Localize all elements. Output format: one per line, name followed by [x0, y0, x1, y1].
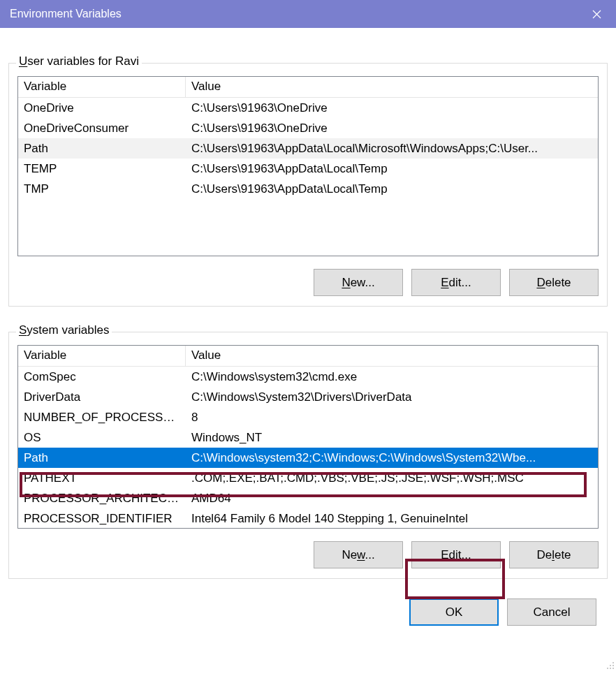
cell-variable: OneDrive — [18, 99, 186, 117]
cell-variable: DriverData — [18, 388, 186, 406]
cell-variable: TMP — [18, 180, 186, 198]
user-list-header: Variable Value — [18, 77, 598, 98]
cancel-button[interactable]: Cancel — [507, 598, 596, 626]
window-title: Environment Variables — [10, 8, 122, 20]
cell-value: C:\Windows\System32\Drivers\DriverData — [186, 388, 598, 406]
cell-variable: OS — [18, 429, 186, 447]
cell-value: C:\Users\91963\AppData\Local\Temp — [186, 160, 598, 178]
cell-variable: Path — [18, 140, 186, 158]
user-variables-label: User variables for Ravi — [16, 54, 142, 68]
title-bar: Environment Variables — [0, 0, 616, 28]
table-row[interactable]: OSWindows_NT — [18, 427, 598, 448]
cell-value: .COM;.EXE;.BAT;.CMD;.VBS;.VBE;.JS;.JSE;.… — [186, 469, 598, 487]
system-variables-label: System variables — [16, 323, 112, 337]
dialog-buttons: OK Cancel — [8, 579, 608, 626]
resize-grip-icon[interactable] — [605, 659, 615, 669]
cell-variable: PROCESSOR_IDENTIFIER — [18, 510, 186, 528]
table-row[interactable]: DriverDataC:\Windows\System32\Drivers\Dr… — [18, 387, 598, 407]
cell-variable: TEMP — [18, 160, 186, 178]
table-row[interactable]: OneDriveC:\Users\91963\OneDrive — [18, 98, 598, 118]
table-row[interactable]: PROCESSOR_ARCHITECTUREAMD64 — [18, 488, 598, 508]
user-edit-button[interactable]: Edit... — [411, 269, 501, 296]
user-delete-button[interactable]: Delete — [509, 269, 599, 296]
cell-variable: OneDriveConsumer — [18, 119, 186, 138]
cell-value: C:\Windows\system32\cmd.exe — [186, 368, 598, 386]
table-row[interactable]: ComSpecC:\Windows\system32\cmd.exe — [18, 367, 598, 387]
dialog-body: User variables for Ravi Variable Value O… — [0, 28, 616, 670]
user-new-button[interactable]: New... — [314, 269, 403, 296]
cell-value: C:\Users\91963\OneDrive — [186, 99, 598, 117]
system-buttons: New... Edit... Delete — [17, 541, 599, 568]
cell-value: 8 — [186, 409, 598, 427]
cell-value: AMD64 — [186, 490, 598, 508]
cell-value: Intel64 Family 6 Model 140 Stepping 1, G… — [186, 510, 598, 528]
cell-variable: PATHEXT — [18, 469, 186, 487]
table-row[interactable]: PathC:\Windows\system32;C:\Windows;C:\Wi… — [18, 448, 598, 468]
table-row[interactable]: OneDriveConsumerC:\Users\91963\OneDrive — [18, 118, 598, 138]
table-row[interactable]: PATHEXT.COM;.EXE;.BAT;.CMD;.VBS;.VBE;.JS… — [18, 468, 598, 488]
cell-variable: ComSpec — [18, 368, 186, 386]
column-variable[interactable]: Variable — [18, 346, 186, 367]
cell-value: C:\Windows\system32;C:\Windows;C:\Window… — [186, 449, 598, 467]
column-value[interactable]: Value — [186, 77, 598, 98]
cell-value: C:\Users\91963\AppData\Local\Temp — [186, 180, 598, 198]
table-row[interactable]: PROCESSOR_IDENTIFIERIntel64 Family 6 Mod… — [18, 508, 598, 529]
user-buttons: New... Edit... Delete — [17, 269, 599, 296]
system-list-header: Variable Value — [18, 346, 598, 367]
system-edit-button[interactable]: Edit... — [411, 541, 501, 568]
system-delete-button[interactable]: Delete — [509, 541, 599, 568]
ok-button[interactable]: OK — [409, 598, 499, 626]
cell-value: C:\Users\91963\OneDrive — [186, 119, 598, 138]
svg-point-4 — [613, 665, 614, 666]
svg-point-5 — [607, 668, 608, 669]
svg-point-2 — [613, 662, 614, 663]
close-button[interactable] — [577, 0, 616, 28]
column-value[interactable]: Value — [186, 346, 598, 367]
system-variables-list[interactable]: Variable Value ComSpecC:\Windows\system3… — [17, 345, 599, 529]
table-row[interactable]: NUMBER_OF_PROCESSORS8 — [18, 407, 598, 427]
user-variables-list[interactable]: Variable Value OneDriveC:\Users\91963\On… — [17, 76, 599, 256]
svg-point-7 — [613, 668, 614, 669]
cell-variable: Path — [18, 449, 186, 467]
svg-point-6 — [610, 668, 611, 669]
cell-variable: NUMBER_OF_PROCESSORS — [18, 409, 186, 427]
system-variables-group: System variables Variable Value ComSpecC… — [8, 332, 608, 579]
table-row[interactable]: PathC:\Users\91963\AppData\Local\Microso… — [18, 138, 598, 159]
svg-point-3 — [610, 665, 611, 666]
cell-value: Windows_NT — [186, 429, 598, 447]
cell-value: C:\Users\91963\AppData\Local\Microsoft\W… — [186, 140, 598, 158]
cell-variable: PROCESSOR_ARCHITECTURE — [18, 490, 186, 508]
close-icon — [592, 10, 601, 19]
system-new-button[interactable]: New... — [314, 541, 403, 568]
table-row[interactable]: TEMPC:\Users\91963\AppData\Local\Temp — [18, 159, 598, 179]
column-variable[interactable]: Variable — [18, 77, 186, 98]
table-row[interactable]: TMPC:\Users\91963\AppData\Local\Temp — [18, 179, 598, 199]
user-variables-group: User variables for Ravi Variable Value O… — [8, 63, 608, 307]
